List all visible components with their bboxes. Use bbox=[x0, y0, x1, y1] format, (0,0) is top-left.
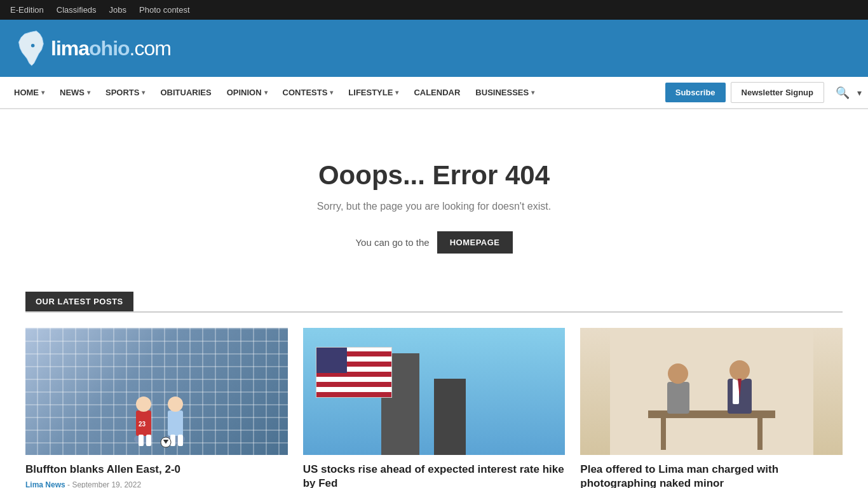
svg-rect-11 bbox=[178, 435, 183, 446]
homepage-button[interactable]: HOMEPAGE bbox=[437, 231, 513, 254]
svg-rect-16 bbox=[757, 418, 763, 450]
stocks-image bbox=[303, 328, 566, 455]
post-headline-1: Bluffton blanks Allen East, 2-0 bbox=[25, 463, 288, 477]
top-bar-link-e-edition[interactable]: E-Edition bbox=[10, 5, 44, 15]
post-headline-2: US stocks rise ahead of expected interes… bbox=[303, 463, 566, 488]
nav-buttons: Subscribe Newsletter Signup 🔍 ▾ bbox=[665, 82, 862, 103]
svg-rect-10 bbox=[170, 435, 175, 446]
nav-label-obituaries: OBITUARIES bbox=[160, 88, 211, 97]
error-subtitle: Sorry, but the page you are looking for … bbox=[25, 201, 843, 212]
site-header: limaohio.com bbox=[0, 20, 868, 77]
logo-dotcom: .com bbox=[130, 37, 171, 60]
nav-item-businesses[interactable]: BUSINESSES ▾ bbox=[468, 79, 542, 106]
post-source-1: Lima News bbox=[25, 480, 65, 488]
nav-label-home: HOME bbox=[14, 88, 39, 97]
post-card-1: 23 bbox=[25, 328, 288, 488]
newsletter-button[interactable]: Newsletter Signup bbox=[731, 82, 824, 103]
nav-expand-icon[interactable]: ▾ bbox=[857, 88, 862, 98]
logo-lima: lima bbox=[51, 37, 89, 60]
nav-label-calendar: CALENDAR bbox=[414, 88, 460, 97]
building-2 bbox=[434, 379, 466, 455]
svg-rect-15 bbox=[661, 418, 666, 450]
top-bar-link-photo-contest[interactable]: Photo contest bbox=[139, 5, 190, 15]
nav-link-home[interactable]: HOME ▾ bbox=[6, 79, 52, 106]
svg-point-0 bbox=[31, 44, 35, 48]
chevron-down-icon: ▾ bbox=[264, 89, 268, 96]
nav-label-opinion: OPINION bbox=[227, 88, 262, 97]
svg-rect-5 bbox=[139, 435, 144, 446]
error-title: Ooops... Error 404 bbox=[25, 160, 843, 191]
top-bar-link-jobs[interactable]: Jobs bbox=[109, 5, 126, 15]
svg-text:23: 23 bbox=[139, 421, 146, 428]
nav-link-calendar[interactable]: CALENDAR bbox=[406, 79, 468, 106]
post-link-3[interactable]: Plea offered to Lima man charged with ph… bbox=[580, 463, 843, 488]
chevron-down-icon: ▾ bbox=[531, 89, 534, 96]
logo-area[interactable]: limaohio.com bbox=[13, 29, 171, 67]
top-bar-link-classifieds[interactable]: Classifieds bbox=[57, 5, 97, 15]
subscribe-button[interactable]: Subscribe bbox=[665, 83, 726, 102]
post-image-1[interactable]: 23 bbox=[25, 328, 288, 455]
homepage-row: You can go to the HOMEPAGE bbox=[25, 231, 843, 254]
nav-label-news: NEWS bbox=[60, 88, 85, 97]
nav-item-home[interactable]: HOME ▾ bbox=[6, 79, 52, 106]
nav-label-contests: CONTESTS bbox=[283, 88, 328, 97]
nav-item-opinion[interactable]: OPINION ▾ bbox=[219, 79, 275, 106]
homepage-prompt: You can go to the bbox=[355, 237, 429, 248]
main-content: Ooops... Error 404 Sorry, but the page y… bbox=[0, 109, 868, 488]
flag-canton bbox=[316, 348, 347, 373]
post-meta-1: Lima News - September 19, 2022 bbox=[25, 480, 288, 488]
top-bar: E-Edition Classifieds Jobs Photo contest bbox=[0, 0, 868, 20]
latest-posts-section: OUR LATEST POSTS 23 bbox=[13, 279, 855, 488]
logo-ohio: ohio bbox=[89, 37, 130, 60]
svg-rect-20 bbox=[733, 379, 739, 404]
nav-item-sports[interactable]: SPORTS ▾ bbox=[98, 79, 153, 106]
search-icon[interactable]: 🔍 bbox=[836, 86, 850, 100]
main-nav: HOME ▾ NEWS ▾ SPORTS ▾ OBITUARIES OPINIO… bbox=[0, 77, 868, 109]
chevron-down-icon: ▾ bbox=[395, 89, 398, 96]
error-section: Ooops... Error 404 Sorry, but the page y… bbox=[13, 135, 855, 279]
nav-item-lifestyle[interactable]: LIFESTYLE ▾ bbox=[341, 79, 406, 106]
chevron-down-icon: ▾ bbox=[87, 89, 90, 96]
logo-text: limaohio.com bbox=[51, 37, 171, 60]
nav-item-calendar[interactable]: CALENDAR bbox=[406, 79, 468, 106]
nav-link-contests[interactable]: CONTESTS ▾ bbox=[275, 79, 341, 106]
chevron-down-icon: ▾ bbox=[330, 89, 333, 96]
post-image-3[interactable] bbox=[580, 328, 843, 455]
nav-link-news[interactable]: NEWS ▾ bbox=[52, 79, 98, 106]
chevron-down-icon: ▾ bbox=[41, 89, 44, 96]
svg-rect-14 bbox=[648, 410, 775, 418]
post-link-1[interactable]: Bluffton blanks Allen East, 2-0 bbox=[25, 463, 288, 480]
post-date-1: September 19, 2022 bbox=[72, 480, 141, 488]
nav-link-sports[interactable]: SPORTS ▾ bbox=[98, 79, 153, 106]
svg-point-4 bbox=[136, 396, 151, 412]
chevron-down-icon: ▾ bbox=[142, 89, 145, 96]
nav-label-businesses: BUSINESSES bbox=[475, 88, 529, 97]
posts-grid: 23 bbox=[25, 328, 843, 488]
post-image-2[interactable] bbox=[303, 328, 566, 455]
american-flag bbox=[316, 347, 392, 398]
svg-rect-8 bbox=[168, 410, 183, 436]
svg-rect-17 bbox=[667, 382, 689, 414]
nav-label-sports: SPORTS bbox=[105, 88, 139, 97]
latest-posts-header: OUR LATEST POSTS bbox=[25, 292, 843, 313]
nav-item-contests[interactable]: CONTESTS ▾ bbox=[275, 79, 341, 106]
svg-rect-6 bbox=[146, 435, 151, 446]
nav-item-news[interactable]: NEWS ▾ bbox=[52, 79, 98, 106]
nav-links: HOME ▾ NEWS ▾ SPORTS ▾ OBITUARIES OPINIO… bbox=[6, 79, 665, 106]
post-card-3: Plea offered to Lima man charged with ph… bbox=[580, 328, 843, 488]
svg-point-18 bbox=[668, 363, 688, 384]
svg-point-21 bbox=[729, 360, 750, 381]
svg-point-9 bbox=[168, 396, 183, 412]
post-headline-3: Plea offered to Lima man charged with ph… bbox=[580, 463, 843, 488]
soccer-image: 23 bbox=[25, 328, 288, 455]
ohio-state-icon bbox=[13, 29, 48, 67]
court-image bbox=[580, 328, 843, 455]
nav-item-obituaries[interactable]: OBITUARIES bbox=[153, 79, 219, 106]
post-card-2: US stocks rise ahead of expected interes… bbox=[303, 328, 566, 488]
post-link-2[interactable]: US stocks rise ahead of expected interes… bbox=[303, 463, 566, 488]
nav-link-lifestyle[interactable]: LIFESTYLE ▾ bbox=[341, 79, 406, 106]
nav-link-opinion[interactable]: OPINION ▾ bbox=[219, 79, 275, 106]
nav-label-lifestyle: LIFESTYLE bbox=[348, 88, 393, 97]
nav-link-obituaries[interactable]: OBITUARIES bbox=[153, 79, 219, 106]
nav-link-businesses[interactable]: BUSINESSES ▾ bbox=[468, 79, 542, 106]
